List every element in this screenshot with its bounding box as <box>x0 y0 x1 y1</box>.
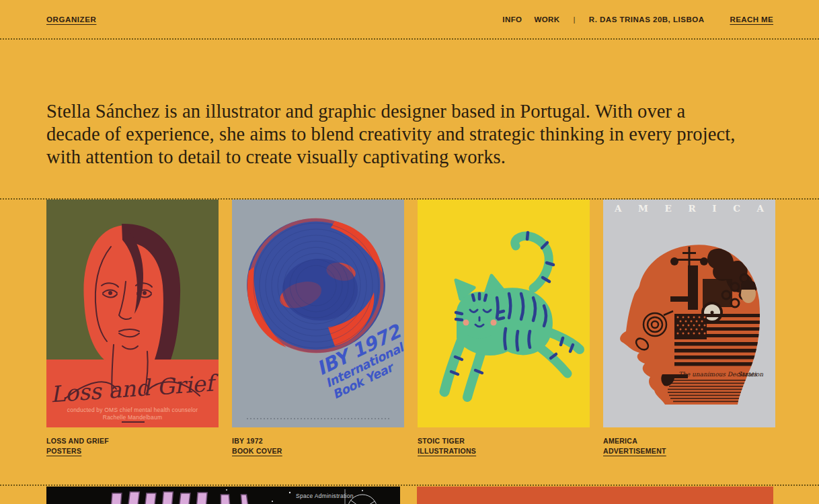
project-category-link[interactable]: BOOK COVER <box>232 446 282 456</box>
project-title: LOSS AND GRIEF <box>46 436 219 446</box>
poster-iby-1972[interactable]: IBY 1972 International Book Year <box>232 200 404 427</box>
declaration-heading-right: States <box>738 371 758 378</box>
project-caption: AMERICA ADVERTISEMENT <box>603 436 775 456</box>
project-caption: LOSS AND GRIEF POSTERS <box>46 436 219 456</box>
poster-credit-line: Rachelle Mandelbaum <box>103 414 162 421</box>
poster-stoic-tiger[interactable] <box>418 200 590 427</box>
bottom-separator <box>0 485 819 486</box>
bottom-right-poster[interactable] <box>417 487 773 504</box>
project-caption: IBY 1972 BOOK COVER <box>232 436 404 456</box>
project-card-america: AMERICA <box>603 200 775 456</box>
nav-item-work[interactable]: WORK <box>534 15 559 24</box>
header-address: R. DAS TRINAS 20B, LISBOA <box>589 15 705 24</box>
intro-line: with attention to detail to create visua… <box>46 146 786 169</box>
header-nav: INFO WORK | R. DAS TRINAS 20B, LISBOA RE… <box>502 15 773 24</box>
iby-1972-illustration: IBY 1972 International Book Year <box>232 200 404 427</box>
reach-me-link[interactable]: REACH ME <box>730 15 773 24</box>
poster-america[interactable]: AMERICA <box>603 200 775 427</box>
site-header: ORGANIZER INFO WORK | R. DAS TRINAS 20B,… <box>0 0 819 38</box>
header-separator <box>0 38 819 40</box>
bottom-left-poster[interactable]: Space Administration <box>46 487 400 504</box>
project-title: IBY 1972 <box>232 436 404 446</box>
project-caption: STOIC TIGER ILLUSTRATIONS <box>418 436 590 456</box>
poster-credit-line: conducted by OMS chief mental health cou… <box>67 407 198 413</box>
america-collage: AMERICA <box>603 200 775 427</box>
intro-line: Stella Sánchez is an illustrator and gra… <box>46 100 786 123</box>
logo-link[interactable]: ORGANIZER <box>46 15 96 24</box>
space-poster-illustration: Space Administration <box>46 487 400 504</box>
poster-loss-and-grief[interactable]: Loss and Grief conducted by OMS chief me… <box>46 200 219 427</box>
tiger-illustration <box>418 200 590 427</box>
project-grid: Loss and Grief conducted by OMS chief me… <box>46 200 775 456</box>
project-category-link[interactable]: ADVERTISEMENT <box>603 446 666 456</box>
orange-poster-top <box>417 487 773 504</box>
nav-divider: | <box>572 15 576 24</box>
project-card-loss-and-grief: Loss and Grief conducted by OMS chief me… <box>46 200 219 456</box>
bottom-row: Space Administration <box>46 487 773 504</box>
project-title: AMERICA <box>603 436 775 446</box>
intro-line: decade of experience, she aims to blend … <box>46 123 786 146</box>
project-card-stoic-tiger: STOIC TIGER ILLUSTRATIONS <box>418 200 590 456</box>
project-category-link[interactable]: ILLUSTRATIONS <box>418 446 476 456</box>
intro-text: Stella Sánchez is an illustrator and gra… <box>46 100 786 169</box>
project-card-iby-1972: IBY 1972 International Book Year IBY 197… <box>232 200 404 456</box>
loss-and-grief-illustration: Loss and Grief conducted by OMS chief me… <box>46 200 219 427</box>
project-title: STOIC TIGER <box>418 436 590 446</box>
project-category-link[interactable]: POSTERS <box>46 446 81 456</box>
portfolio-page: ORGANIZER INFO WORK | R. DAS TRINAS 20B,… <box>0 0 819 504</box>
nav-item-info[interactable]: INFO <box>502 15 522 24</box>
